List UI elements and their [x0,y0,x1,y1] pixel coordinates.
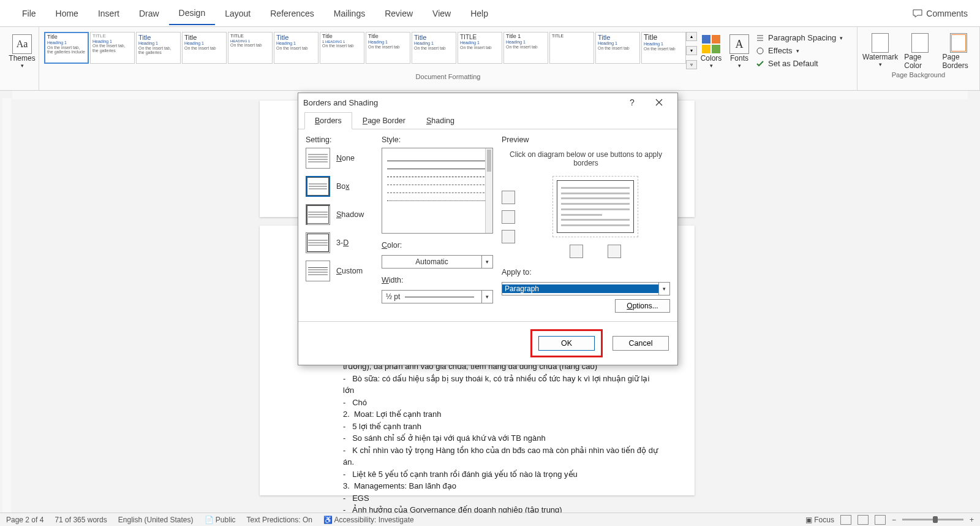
status-bar: Page 2 of 4 71 of 365 words English (Uni… [0,513,980,526]
tab-review[interactable]: Review [375,2,423,25]
width-value: ½ pt [386,292,400,301]
style-set-14[interactable]: TitleHeading 1On the insert tab [641,32,686,64]
setting-box[interactable]: Box [306,176,373,197]
style-set-7[interactable]: Title1 HEADING 1On the insert tab [320,32,364,64]
svg-point-0 [757,48,763,54]
status-words[interactable]: 71 of 365 words [55,516,107,524]
gallery-spinner[interactable]: ▴ ▾ ▿ [686,29,697,72]
apply-to-combo[interactable]: Paragraph ▾ [502,282,670,295]
border-right-button[interactable] [608,245,621,258]
status-language[interactable]: English (United States) [118,516,194,524]
ok-button[interactable]: OK [538,336,595,351]
print-layout-view-icon[interactable] [840,515,851,525]
status-predictions[interactable]: Text Predictions: On [247,516,312,524]
tab-references[interactable]: References [260,2,324,25]
dialog-tab-shading[interactable]: Shading [416,112,465,129]
tab-view[interactable]: View [423,2,461,25]
color-combo[interactable]: Automatic ▾ [382,255,493,269]
setting-custom[interactable]: Custom [306,261,373,281]
watermark-button[interactable]: Watermark ▾ [862,33,898,70]
width-combo[interactable]: ½ pt ▾ [382,290,493,303]
style-set-1[interactable]: TitleHeading 1On the insert tab, the gal… [44,32,89,64]
page-borders-button[interactable]: Page Borders [943,33,974,70]
fonts-label: Fonts [730,54,748,63]
zoom-out-button[interactable]: − [892,516,896,524]
themes-group: Themes ▾ [0,27,39,90]
chevron-down-icon[interactable]: ▾ [658,283,669,295]
tab-insert[interactable]: Insert [88,2,129,25]
doc-line: - K chỉ nhìn vào tỷ trọng Hàng tồn kho c… [343,444,660,468]
border-bottom-button[interactable] [502,230,515,243]
style-set-6[interactable]: TitleHeading 1On the insert tab [274,32,318,64]
style-set-5[interactable]: TITLEHEADING 1On the insert tab [228,32,273,64]
setting-3d[interactable]: 3-D [306,232,373,253]
read-mode-view-icon[interactable] [858,515,869,525]
colors-button[interactable]: Colors ▾ [697,29,725,72]
vertical-ruler[interactable] [2,98,11,513]
border-middle-button[interactable] [502,210,515,224]
gallery-up-icon[interactable]: ▴ [686,32,697,41]
gallery-down-icon[interactable]: ▾ [686,46,697,55]
comments-label: Comments [926,9,968,18]
checkmark-icon [756,59,764,68]
setting-shadow[interactable]: Shadow [306,204,373,225]
style-set-12[interactable]: TITLE [549,32,594,64]
cancel-button[interactable]: Cancel [612,336,669,351]
style-set-11[interactable]: Title 1Heading 1On the insert tab [503,32,548,64]
status-page[interactable]: Page 2 of 4 [6,516,43,524]
tab-layout[interactable]: Layout [215,2,260,25]
themes-button[interactable]: Themes ▾ [5,29,39,69]
status-accessibility[interactable]: ♿ Accessibility: Investigate [323,516,414,524]
page-color-button[interactable]: Page Color [904,33,936,70]
effects-button[interactable]: Effects ▾ [756,46,843,55]
tab-home[interactable]: Home [46,2,88,25]
border-top-button[interactable] [502,191,515,204]
gallery-more-icon[interactable]: ▿ [686,60,697,69]
zoom-slider[interactable] [902,519,963,520]
paragraph-spacing-button[interactable]: Paragraph Spacing ▾ [756,33,843,42]
dialog-close-button[interactable] [646,94,673,111]
color-label: Color: [382,241,493,250]
dialog-help-button[interactable]: ? [619,94,646,111]
paragraph-spacing-icon [756,34,764,42]
style-set-10[interactable]: TITLEHeading 1On the insert tab [458,32,502,64]
style-set-2[interactable]: TITLEHeading 1On the insert tab, the gal… [90,32,135,64]
tab-help[interactable]: Help [461,2,498,25]
style-listbox[interactable] [382,148,493,234]
paragraph-spacing-label: Paragraph Spacing [768,33,836,42]
document-formatting-group: TitleHeading 1On the insert tab, the gal… [39,27,858,90]
focus-button[interactable]: ▣ Focus [805,516,834,524]
tab-mailings[interactable]: Mailings [324,2,375,25]
dialog-tab-page-border[interactable]: Page Border [352,112,416,129]
tab-file[interactable]: File [12,2,46,25]
comments-button[interactable]: Comments [913,9,968,18]
style-gallery[interactable]: TitleHeading 1On the insert tab, the gal… [44,29,686,72]
zoom-in-button[interactable]: + [970,516,974,524]
set-default-button[interactable]: Set as Default [756,59,843,68]
preview-diagram[interactable] [552,176,638,237]
page-background-group: Watermark ▾ Page Color Page Borders Page… [858,27,980,90]
themes-icon [12,34,32,54]
border-left-button[interactable] [570,245,583,258]
options-button[interactable]: Options... [615,299,670,313]
tab-draw[interactable]: Draw [129,2,169,25]
doc-line: 2.Moat: Lợi thế cạnh tranh [343,408,660,421]
fonts-button[interactable]: A Fonts ▾ [725,29,753,72]
style-set-3[interactable]: TitleHeading 1On the insert tab, the gal… [136,32,181,64]
colors-icon [701,34,721,54]
style-set-9[interactable]: TitleHeading 1On the insert tab [412,32,456,64]
style-set-13[interactable]: TitleHeading 1On the insert tab [595,32,640,64]
style-set-8[interactable]: TitleHeading 1On the insert tab [366,32,410,64]
dialog-titlebar[interactable]: Borders and Shading ? [298,93,677,112]
tab-design[interactable]: Design [169,2,216,25]
web-layout-view-icon[interactable] [875,515,886,525]
chevron-down-icon[interactable]: ▾ [481,256,492,268]
status-public[interactable]: 📄 Public [205,516,236,524]
dialog-tab-borders[interactable]: Borders [304,112,352,129]
doc-line: - Liệt kê 5 yếu tố cạnh tranh rồi đánh g… [343,468,660,481]
style-set-4[interactable]: TitleHeading 1On the insert tab [182,32,227,64]
chevron-down-icon[interactable]: ▾ [481,291,492,303]
setting-label: Setting: [306,135,373,144]
style-scrollbar[interactable] [485,148,492,233]
setting-none[interactable]: None [306,148,373,169]
